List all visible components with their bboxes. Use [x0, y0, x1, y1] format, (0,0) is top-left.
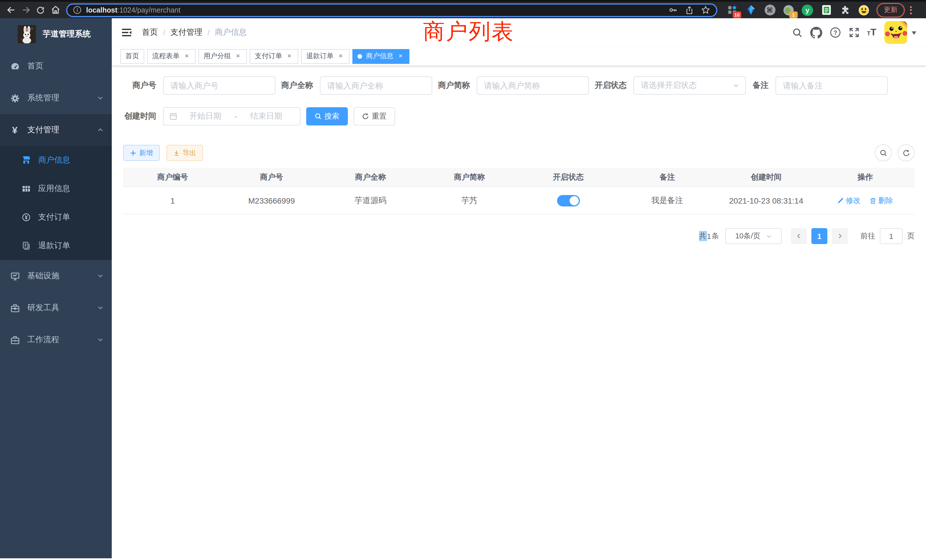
- screen: localhost:1024/pay/merchant 10: [0, 0, 926, 560]
- chevron-left-icon: [796, 233, 802, 239]
- docs-help-button[interactable]: ?: [829, 27, 841, 38]
- page-content: 商户号 商户全称 商户简称 开启状态 请选择开启状态: [112, 66, 926, 558]
- tag-home[interactable]: 首页: [120, 49, 144, 64]
- toolbox-icon: [10, 303, 20, 313]
- browser-forward-button[interactable]: [18, 3, 33, 17]
- delete-link[interactable]: 删除: [870, 195, 893, 206]
- close-icon[interactable]: ×: [235, 53, 242, 60]
- tag-label: 支付订单: [255, 51, 282, 61]
- avatar-caret-icon[interactable]: [912, 31, 916, 37]
- sidebar-logo[interactable]: 芋道管理系统: [0, 18, 112, 50]
- breadcrumb-home[interactable]: 首页: [142, 27, 158, 38]
- url-text[interactable]: localhost:1024/pay/merchant: [86, 6, 180, 14]
- close-icon[interactable]: ×: [397, 53, 404, 60]
- status-select[interactable]: 请选择开启状态: [634, 76, 746, 95]
- table-header-row: 商户编号 商户号 商户全称 商户简称 开启状态 备注 创建时间 操作: [123, 168, 915, 187]
- chrome-update-button[interactable]: 更新: [876, 3, 905, 17]
- key-icon: [668, 5, 678, 15]
- status-toggle[interactable]: [557, 195, 580, 206]
- site-info-icon[interactable]: [73, 6, 82, 14]
- page-size-select[interactable]: 10条/页: [725, 228, 782, 244]
- chevron-down-icon: [97, 304, 104, 311]
- tag-user-group[interactable]: 用户分组×: [198, 49, 247, 64]
- next-page-button[interactable]: [832, 228, 848, 244]
- page-number-1[interactable]: 1: [811, 228, 828, 244]
- app-window: 芋道管理系统 首页 系统管理 ¥ 支付管理: [0, 18, 926, 558]
- field-label: 创建时间: [124, 111, 156, 121]
- date-separator: -: [233, 112, 238, 121]
- extension-command[interactable]: ⌘: [764, 4, 775, 16]
- sidebar-collapse-button[interactable]: [121, 27, 132, 38]
- command-icon: ⌘: [764, 5, 775, 15]
- remark-input[interactable]: [775, 76, 888, 95]
- app-title: 芋道管理系统: [43, 29, 91, 39]
- tag-pay-orders[interactable]: 支付订单×: [250, 49, 298, 64]
- sidebar-item-label: 研发工具: [27, 303, 97, 313]
- payment-submenu: 商户信息 应用信息 支付订单: [0, 146, 112, 260]
- close-icon[interactable]: ×: [183, 53, 191, 60]
- date-range-picker[interactable]: 开始日期 - 结束日期: [163, 107, 301, 126]
- edit-link[interactable]: 修改: [837, 195, 861, 206]
- sidebar-item-payment[interactable]: ¥ 支付管理: [0, 114, 112, 146]
- start-date-placeholder: 开始日期: [177, 111, 233, 121]
- tag-merchant-info[interactable]: 商户信息×: [353, 49, 409, 64]
- extensions-puzzle-button[interactable]: [839, 4, 851, 16]
- sidebar-item-merchant-info[interactable]: 商户信息: [0, 146, 112, 174]
- close-icon[interactable]: ×: [337, 53, 344, 60]
- field-label: 商户简称: [438, 80, 470, 91]
- sidebar-item-dev-tools[interactable]: 研发工具: [0, 292, 112, 324]
- github-link-button[interactable]: [810, 27, 822, 38]
- browser-home-button[interactable]: [48, 3, 63, 17]
- cell-actions: 修改 删除: [816, 187, 915, 214]
- user-avatar[interactable]: [884, 21, 907, 44]
- bookmark-star-button[interactable]: [701, 5, 710, 15]
- tag-label: 流程表单: [152, 51, 180, 61]
- plus-icon: [130, 150, 136, 156]
- extension-gem[interactable]: [745, 4, 757, 16]
- share-button[interactable]: [685, 5, 694, 15]
- tag-refund-orders[interactable]: 退款订单×: [301, 49, 350, 64]
- refresh-table-button[interactable]: [897, 144, 915, 161]
- font-size-button[interactable]: TT: [867, 29, 876, 37]
- extension-profile-one[interactable]: 1: [783, 4, 794, 16]
- sidebar-item-infra[interactable]: 基础设施: [0, 260, 112, 292]
- close-icon[interactable]: ×: [286, 53, 293, 60]
- update-label: 更新: [884, 5, 897, 15]
- password-key-button[interactable]: [668, 5, 678, 15]
- sidebar-item-workflow[interactable]: 工作流程: [0, 324, 112, 356]
- fullscreen-button[interactable]: [848, 27, 859, 38]
- export-button[interactable]: 导出: [166, 145, 203, 161]
- short-name-input[interactable]: [477, 76, 589, 95]
- merchant-no-input[interactable]: [163, 76, 275, 95]
- breadcrumb-separator: /: [163, 28, 165, 37]
- extension-emoji[interactable]: [858, 4, 870, 16]
- header-search-button[interactable]: [792, 27, 803, 38]
- sidebar-item-system[interactable]: 系统管理: [0, 82, 112, 114]
- sidebar-item-refund-orders[interactable]: 退款订单: [0, 232, 112, 260]
- extension-y[interactable]: y: [802, 4, 813, 16]
- field-remark: 备注: [752, 76, 888, 95]
- address-bar[interactable]: localhost:1024/pay/merchant: [66, 3, 717, 17]
- browser-menu-button[interactable]: [910, 6, 912, 14]
- total-suffix: 条: [712, 231, 720, 241]
- browser-refresh-button[interactable]: [33, 3, 48, 17]
- goto-page-input[interactable]: [880, 228, 903, 244]
- sidebar-item-pay-orders[interactable]: 支付订单: [0, 203, 112, 232]
- tag-process-form[interactable]: 流程表单×: [147, 49, 195, 64]
- full-name-input[interactable]: [320, 76, 432, 95]
- extension-notes[interactable]: [820, 4, 832, 16]
- chevron-up-icon: [97, 127, 104, 133]
- extension-apps[interactable]: 10: [726, 4, 738, 16]
- toggle-search-button[interactable]: [875, 144, 892, 161]
- sidebar-item-label: 应用信息: [38, 184, 112, 194]
- breadcrumb-payment[interactable]: 支付管理: [171, 27, 203, 38]
- sidebar-item-app-info[interactable]: 应用信息: [0, 174, 112, 203]
- search-button[interactable]: 搜索: [306, 107, 348, 126]
- prev-page-button[interactable]: [791, 228, 807, 244]
- search-form-row-1: 商户号 商户全称 商户简称 开启状态 请选择开启状态: [123, 76, 915, 95]
- browser-back-button[interactable]: [3, 3, 18, 17]
- active-dot-icon: [357, 54, 362, 59]
- reset-button[interactable]: 重置: [354, 107, 395, 126]
- add-button[interactable]: 新增: [123, 145, 160, 161]
- sidebar-item-home[interactable]: 首页: [0, 50, 112, 82]
